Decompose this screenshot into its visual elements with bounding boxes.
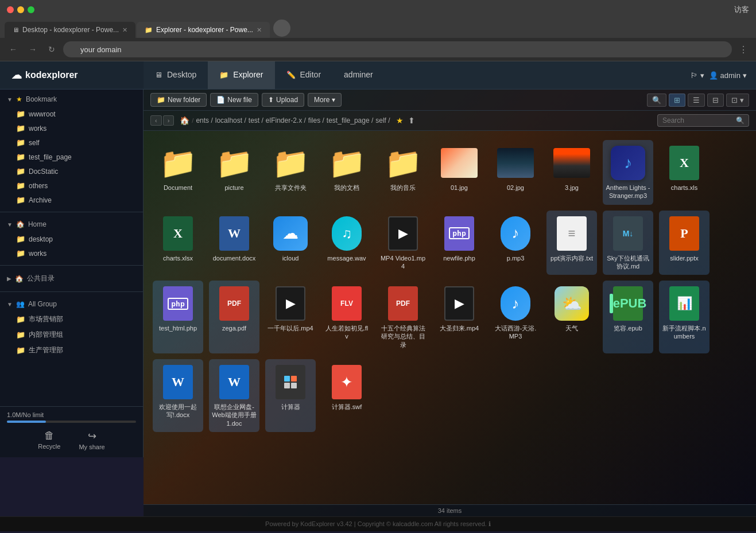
file-item-mp4-2[interactable]: ▶ 一千年以后.mp4: [265, 281, 316, 353]
nav-desktop[interactable]: 🖥 Desktop: [144, 61, 208, 89]
nav-adminer[interactable]: adminer: [332, 61, 385, 89]
file-item-anthem[interactable]: Anthem Lights - Stranger.mp3: [603, 140, 653, 205]
sidebar-item-test-file-page[interactable]: 📁 test_file_page: [0, 150, 143, 164]
search-input[interactable]: [657, 114, 749, 127]
sidebar-item-marketing[interactable]: 📁 市场营销部: [0, 312, 143, 327]
sidebar-item-wwwroot[interactable]: 📁 wwwroot: [0, 107, 143, 121]
tab-1[interactable]: 🖥 Desktop - kodexplorer - Powe... ✕: [5, 22, 135, 38]
file-item-picture[interactable]: 📁 picture: [209, 140, 259, 205]
tab-1-close[interactable]: ✕: [122, 26, 127, 34]
sidebar-item-archive[interactable]: 📁 Archive: [0, 193, 143, 207]
browser-menu-icon[interactable]: ⋮: [736, 42, 750, 57]
close-traffic-light[interactable]: [7, 6, 14, 13]
upload-button[interactable]: ⬆ Upload: [262, 93, 304, 107]
file-item-php2[interactable]: test_html.php: [153, 281, 203, 353]
breadcrumb-test[interactable]: test /: [249, 116, 263, 125]
admin-button[interactable]: 👤 admin ▾: [709, 71, 747, 80]
breadcrumb-back-button[interactable]: ‹: [150, 115, 162, 126]
breadcrumb-forward-button[interactable]: ›: [163, 115, 175, 126]
new-tab-btn[interactable]: [273, 20, 290, 37]
file-item-epub1[interactable]: ePUB 览容.epub: [603, 281, 653, 353]
new-folder-button[interactable]: 📁 New folder: [150, 93, 207, 107]
breadcrumb-testfilepage[interactable]: test_file_page /: [327, 116, 373, 125]
detail-view-button[interactable]: ⊟: [707, 94, 724, 107]
file-item-img03[interactable]: 3.jpg: [546, 140, 597, 205]
sidebar-item-docstatic[interactable]: 📁 DocStatic: [0, 164, 143, 178]
minimize-traffic-light[interactable]: [17, 6, 24, 13]
more-button[interactable]: More ▾: [308, 93, 342, 107]
file-item-img01[interactable]: 01.jpg: [434, 140, 484, 205]
refresh-button[interactable]: ↻: [45, 43, 59, 56]
file-item-pdf1[interactable]: zega.pdf: [209, 281, 259, 353]
file-item-php1[interactable]: newfile.php: [434, 211, 484, 275]
tab-2[interactable]: 📁 Explorer - kodexplorer - Powe... ✕: [137, 22, 270, 38]
breadcrumb-elfinder[interactable]: elFinder-2.x /: [266, 116, 306, 125]
nav-explorer[interactable]: 📁 Explorer: [208, 61, 274, 89]
file-item-docx3[interactable]: 联想企业网盘-Web端使用手册1.doc: [209, 359, 259, 432]
file-item-mydoc[interactable]: 📁 我的文档: [321, 140, 372, 205]
file-item-weather[interactable]: ⛅ 天气: [546, 281, 597, 353]
breadcrumb-localhost[interactable]: localhost /: [215, 116, 246, 125]
file-item-swf1[interactable]: 计算器.swf: [321, 359, 372, 432]
admin-arrow: ▾: [743, 71, 747, 80]
new-file-button[interactable]: 📄 New file: [210, 93, 258, 107]
file-item-mp4-3[interactable]: ▶ 大圣归来.mp4: [434, 281, 484, 353]
tab-2-close[interactable]: ✕: [257, 26, 262, 34]
sidebar-item-desktop[interactable]: 📁 desktop: [0, 232, 143, 246]
file-item-mp3-2[interactable]: 大话西游-天浴.MP3: [490, 281, 541, 353]
sidebar-header-allgroup[interactable]: ▼ 👥 All Group: [0, 297, 143, 312]
file-item-icloud[interactable]: ☁ icloud: [265, 211, 316, 275]
file-item-wav1[interactable]: message.wav: [321, 211, 372, 275]
sidebar-item-works[interactable]: 📁 works: [0, 121, 143, 135]
grid-view-button[interactable]: ⊞: [669, 94, 685, 107]
more-view-button[interactable]: ⊡ ▾: [726, 94, 749, 107]
breadcrumb-self[interactable]: self /: [375, 116, 390, 125]
file-item-docx2[interactable]: 欢迎使用一起写!.docx: [153, 359, 203, 432]
file-item-mymusic[interactable]: 📁 我的音乐: [378, 140, 428, 205]
myshare-label: My share: [79, 443, 104, 450]
maximize-traffic-light[interactable]: [28, 6, 34, 13]
sidebar-header-public[interactable]: ▶ 🏠 公共目录: [0, 270, 143, 287]
sidebar-item-internal[interactable]: 📁 内部管理组: [0, 327, 143, 343]
file-item-ppt1[interactable]: ppt演示内容.txt: [546, 211, 597, 275]
breadcrumb-star-icon[interactable]: ★: [396, 116, 404, 125]
back-button[interactable]: ←: [6, 43, 21, 56]
recycle-action[interactable]: 🗑 Recycle: [31, 427, 67, 453]
file-item-shared[interactable]: 📁 共享文件夹: [265, 140, 316, 205]
desktop-item-label: desktop: [29, 235, 53, 243]
sidebar-item-others[interactable]: 📁 others: [0, 178, 143, 193]
file-item-numbers1[interactable]: 📊 新手流程脚本.numbers: [659, 281, 710, 353]
file-item-mp3p[interactable]: p.mp3: [490, 211, 541, 275]
breadcrumb-home[interactable]: 🏠: [180, 116, 189, 125]
sidebar-item-self[interactable]: 📁 self: [0, 135, 143, 150]
forward-button[interactable]: →: [25, 43, 40, 56]
file-item-charts-xlsx[interactable]: charts.xlsx: [153, 211, 203, 275]
file-item-pdf2[interactable]: 十五个经典算法研究与总结、目录: [378, 281, 428, 353]
url-input[interactable]: [63, 41, 732, 57]
docstatic-label: DocStatic: [29, 168, 58, 176]
file-item-calc1[interactable]: 计算器: [265, 359, 316, 432]
breadcrumb-files[interactable]: files /: [308, 116, 324, 125]
sidebar-item-home-works[interactable]: 📁 works: [0, 246, 143, 260]
zoom-out-button[interactable]: 🔍: [647, 94, 666, 107]
new-folder-icon: 📁: [157, 96, 165, 104]
sidebar-item-production[interactable]: 📁 生产管理部: [0, 343, 143, 358]
file-item-docx1[interactable]: document.docx: [209, 211, 259, 275]
file-item-mp4v1[interactable]: ▶ MP4 Video1.mp4: [378, 211, 428, 275]
file-item-document[interactable]: 📁 Document: [153, 140, 203, 205]
sidebar-header-bookmark[interactable]: ▼ ★ Bookmark: [0, 92, 143, 107]
file-item-md1[interactable]: Sky下位机通讯协议.md: [603, 211, 653, 275]
file-item-pptx1[interactable]: slider.pptx: [659, 211, 710, 275]
nav-editor[interactable]: ✏️ Editor: [275, 61, 333, 89]
file-grid: 📁 Document 📁 picture 📁: [153, 140, 747, 432]
file-item-charts-xls[interactable]: charts.xls: [659, 140, 710, 205]
file-item-flv1[interactable]: 人生若如初见.flv: [321, 281, 372, 353]
file-item-img02[interactable]: 02.jpg: [490, 140, 541, 205]
list-view-button[interactable]: ☰: [688, 94, 705, 107]
breadcrumb-ents[interactable]: ents /: [196, 116, 212, 125]
sidebar-header-home[interactable]: ▼ 🏠 Home: [0, 217, 143, 232]
myshare-action[interactable]: ↪ My share: [72, 427, 111, 453]
icloud-icon: ☁: [273, 216, 308, 251]
flag-button[interactable]: 🏳 ▾: [691, 71, 704, 80]
breadcrumb-up-icon[interactable]: ⬆: [408, 116, 415, 125]
